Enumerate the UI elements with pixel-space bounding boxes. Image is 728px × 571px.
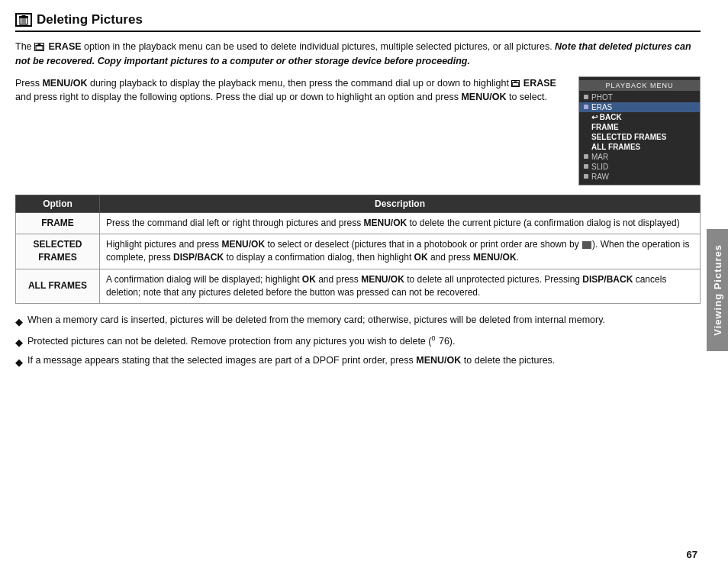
bullet-diamond-2: ◆	[15, 335, 23, 350]
menu-item-slid: SLID	[579, 162, 700, 172]
bullet-text-dpof: If a message appears stating that the se…	[27, 353, 555, 368]
menu-sub-selected: SELECTED FRAMES	[579, 132, 700, 142]
intro-text-middle: option in the playback menu can be used …	[84, 41, 555, 52]
bullet-text-memory: When a memory card is inserted, pictures…	[27, 313, 605, 327]
bullet-diamond-3: ◆	[15, 355, 23, 370]
title-bar: Deleting Pictures	[15, 12, 701, 32]
table-header-description: Description	[100, 195, 701, 212]
menu-item-mar: MAR	[579, 152, 700, 162]
desc-text-2: and press right to display the follow­in…	[15, 92, 461, 102]
table-header-option: Option	[16, 195, 100, 212]
menu-sub-frame: FRAME	[579, 122, 700, 132]
content-area: Deleting Pictures The ERASE option in th…	[15, 12, 701, 548]
bullet-item-dpof: ◆ If a message appears stating that the …	[15, 353, 701, 370]
page-container: Viewing Pictures 67 Deleting Pictures Th…	[0, 0, 728, 571]
option-name-frame: FRAME	[16, 212, 100, 234]
table-row-selected: SELECTED FRAMES Highlight pictures and p…	[16, 234, 701, 269]
bullet-item-memory: ◆ When a memory card is inserted, pictur…	[15, 313, 701, 330]
desc-text-3: to select.	[509, 92, 547, 102]
side-tab-label: Viewing Pictures	[712, 244, 723, 336]
description-paragraph: Press MENU/OK during playback to display…	[15, 76, 568, 185]
desc-menuok-2: MENU/OK	[461, 92, 506, 102]
bullet-text-protected: Protected pictures can not be deleted. R…	[27, 334, 455, 349]
menu-title-bar: PLAYBACK MENU	[579, 80, 700, 91]
svg-rect-8	[38, 44, 41, 46]
bullet-diamond-1: ◆	[15, 315, 23, 330]
menu-item-eras: ERAS	[579, 102, 700, 112]
page-number: 67	[687, 549, 697, 560]
option-desc-allframes: A confirmation dialog will be displayed;…	[100, 269, 701, 304]
menu-item-raw: RAW	[579, 172, 700, 182]
table-row-allframes: ALL FRAMES A confirmation dialog will be…	[16, 269, 701, 304]
desc-menuok-1: MENU/OK	[42, 78, 87, 89]
option-name-selected: SELECTED FRAMES	[16, 234, 100, 269]
desc-text-1: during playback to display the playback …	[90, 78, 511, 89]
svg-rect-11	[514, 81, 517, 82]
description-row: Press MENU/OK during playback to display…	[15, 76, 701, 185]
menu-sub-all: ALL FRAMES	[579, 142, 700, 152]
options-table: Option Description FRAME Press the comma…	[15, 195, 701, 305]
menu-item-phot: PHOT	[579, 92, 700, 102]
bullet-item-protected: ◆ Protected pictures can not be deleted.…	[15, 334, 701, 350]
desc-erase-bold: ERASE	[523, 78, 556, 89]
svg-rect-9	[513, 82, 519, 85]
intro-text-the: The	[15, 41, 34, 52]
side-tab: Viewing Pictures	[707, 229, 728, 351]
table-row-frame: FRAME Press the command dial left or rig…	[16, 212, 701, 234]
trash-icon	[15, 13, 32, 27]
option-desc-selected: Highlight pictures and press MENU/OK to …	[100, 234, 701, 269]
menu-sub-back: ↩ BACK	[579, 112, 700, 122]
desc-press: Press	[15, 78, 42, 89]
svg-rect-5	[22, 15, 26, 17]
svg-rect-4	[19, 17, 28, 18]
small-icon-indicator	[582, 241, 591, 249]
svg-rect-6	[36, 46, 43, 50]
menu-mockup-image: PLAYBACK MENU PHOT ERAS ↩ BACK FRAME SEL…	[578, 76, 701, 185]
option-name-allframes: ALL FRAMES	[16, 269, 100, 304]
page-title: Deleting Pictures	[37, 12, 143, 27]
bullet-list: ◆ When a memory card is inserted, pictur…	[15, 313, 701, 370]
intro-erase-bold: ERASE	[49, 41, 82, 52]
intro-paragraph: The ERASE option in the playback menu ca…	[15, 40, 701, 69]
option-desc-frame: Press the command dial left or right thr…	[100, 212, 701, 234]
